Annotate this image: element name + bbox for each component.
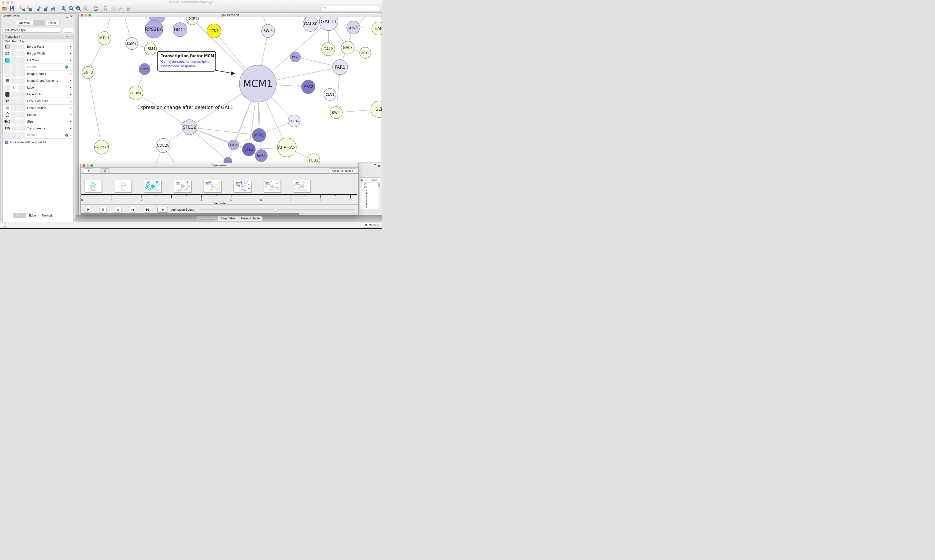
collapse-all-icon[interactable]: « xyxy=(69,36,73,37)
property-byp-cell[interactable] xyxy=(18,105,25,111)
network-node-cdc42[interactable]: CDC42 xyxy=(288,115,300,127)
skip-end-button[interactable] xyxy=(144,207,151,212)
export-image-button[interactable] xyxy=(50,5,57,12)
property-byp-cell[interactable] xyxy=(18,112,25,118)
property-byp-cell[interactable] xyxy=(18,78,25,84)
timeline-frame-2[interactable] xyxy=(144,180,161,192)
timeline-frame-0[interactable] xyxy=(84,180,102,192)
property-byp-cell[interactable] xyxy=(18,119,25,125)
network-node-pck1[interactable]: PCK1 xyxy=(207,24,221,38)
network-node-yil105c[interactable]: YIL105C xyxy=(129,86,143,100)
expand-row-icon[interactable]: ◀ xyxy=(70,120,71,123)
column-header[interactable]: Stres xyxy=(368,178,380,182)
property-map-cell[interactable] xyxy=(11,44,17,50)
network-node-gcy1[interactable]: GCY1 xyxy=(359,47,371,58)
property-map-cell[interactable] xyxy=(11,112,17,118)
zoom-out-button[interactable] xyxy=(68,5,75,12)
vertical-scrollbar[interactable] xyxy=(378,183,380,209)
tab-edge[interactable]: Edge xyxy=(26,213,39,218)
property-row-label[interactable]: ⋮›Label◀ xyxy=(3,84,73,91)
property-row-image-chart-1[interactable]: Image/Chart 1◀ xyxy=(3,71,73,77)
expand-row-icon[interactable]: ◀ xyxy=(70,46,71,48)
property-byp-cell[interactable] xyxy=(18,71,25,77)
network-node-snf3[interactable]: SNF3 xyxy=(82,66,94,78)
property-map-cell[interactable] xyxy=(11,132,17,138)
property-byp-cell[interactable] xyxy=(18,98,25,104)
property-byp-cell[interactable] xyxy=(18,44,25,50)
network-node-gal7[interactable]: GAL7 xyxy=(341,41,354,54)
search-box[interactable] xyxy=(322,6,380,11)
property-row-height[interactable]: Heighti◀ xyxy=(3,64,73,71)
expand-row-icon[interactable]: ◀ xyxy=(70,73,71,75)
property-map-cell[interactable]: ⋮› xyxy=(11,85,17,91)
property-byp-cell[interactable] xyxy=(18,57,25,63)
table-row[interactable]: 1 xyxy=(360,191,380,194)
timeline-playhead[interactable] xyxy=(171,174,171,195)
close-panel-icon[interactable]: ✕ xyxy=(378,164,380,168)
network-node-pis1[interactable]: PIS1 xyxy=(290,52,301,62)
clear-all-frames-button[interactable]: Clear All Frames xyxy=(329,168,356,173)
search-input[interactable] xyxy=(328,7,380,10)
timeline-frame-3[interactable] xyxy=(174,180,191,192)
property-def-cell[interactable]: 2.0 xyxy=(4,51,11,57)
save-session-button[interactable] xyxy=(8,5,15,12)
chevron-down-icon[interactable]: ▾ xyxy=(19,35,20,38)
annotation-link[interactable]: Pheromone response xyxy=(161,64,196,68)
show-panels-button[interactable] xyxy=(1,223,8,228)
network-node-far1[interactable]: FAR1 xyxy=(333,60,348,75)
property-byp-cell[interactable] xyxy=(18,85,25,91)
network-node-dmc1[interactable]: DMC1 xyxy=(173,23,187,37)
refresh-layout-button[interactable] xyxy=(92,5,99,12)
property-row-image-chart-position-1[interactable]: Image/Chart Position 1◀ xyxy=(3,77,73,84)
expand-row-icon[interactable]: ◀ xyxy=(70,59,71,61)
info-icon[interactable]: i xyxy=(65,134,68,137)
info-icon[interactable]: i xyxy=(65,65,68,69)
expand-row-icon[interactable]: ◀ xyxy=(70,80,71,82)
property-def-cell[interactable]: 12 xyxy=(4,98,11,104)
tab-node-table[interactable]: Node Table xyxy=(197,216,218,221)
network-node-alpha2[interactable]: ALPHA2 xyxy=(277,138,296,157)
network-node-gal80[interactable]: GAL80 xyxy=(303,17,318,31)
network-node-rps28a[interactable]: RPS28A xyxy=(145,20,163,38)
import-table-button[interactable] xyxy=(26,5,33,12)
expand-row-icon[interactable]: ◀ xyxy=(70,127,71,129)
expand-row-icon[interactable]: ◀ xyxy=(70,52,71,54)
network-node-lsm4[interactable]: LSM4 xyxy=(144,43,157,55)
stop-button[interactable] xyxy=(114,207,122,212)
import-network-button[interactable] xyxy=(18,5,26,12)
property-def-cell[interactable] xyxy=(4,71,11,77)
property-map-cell[interactable] xyxy=(11,57,17,63)
property-row-border-paint[interactable]: Border Paint◀ xyxy=(3,43,73,50)
animation-speed-slider[interactable] xyxy=(199,209,355,211)
network-node-swi4[interactable]: SWI4 xyxy=(330,106,343,119)
network-node-bar1[interactable]: BAR1 xyxy=(255,149,267,162)
network-node-mfa1[interactable]: MFA1 xyxy=(252,128,266,142)
network-node-gal11[interactable]: GAL11 xyxy=(319,17,338,31)
expand-row-icon[interactable]: ◀ xyxy=(70,66,71,68)
tab-network[interactable]: Network xyxy=(16,20,33,25)
table-row[interactable]: 2 xyxy=(360,200,380,203)
network-node-swi5[interactable]: SWI5 xyxy=(262,24,275,37)
canvas-caption-annotation[interactable]: Expression change after deletion of GAL1 xyxy=(137,105,233,110)
zoom-selected-button[interactable] xyxy=(82,5,89,12)
network-node-hap[interactable]: HAP xyxy=(372,22,381,35)
tab-network[interactable]: Network xyxy=(39,213,56,218)
slider-thumb[interactable] xyxy=(274,208,277,212)
network-node-ste2[interactable]: STE2 xyxy=(242,143,255,156)
network-node-mcm1[interactable]: MCM1 xyxy=(239,65,276,102)
network-edge[interactable] xyxy=(136,93,190,127)
property-map-cell[interactable] xyxy=(11,98,17,104)
float-panel-icon[interactable] xyxy=(374,165,376,167)
network-node-ste4[interactable]: STE4 xyxy=(347,21,360,34)
tab-edge-table[interactable]: Edge Table xyxy=(218,216,238,221)
add-frame-button[interactable]: + xyxy=(84,168,93,173)
property-row-label-position[interactable]: Label Position◀ xyxy=(3,105,73,111)
expand-row-icon[interactable]: ◀ xyxy=(70,107,71,109)
tab-select[interactable]: Select xyxy=(46,20,59,25)
property-byp-cell[interactable] xyxy=(18,91,25,97)
property-def-cell[interactable] xyxy=(4,112,11,118)
hide-graphics-button[interactable] xyxy=(117,5,124,12)
property-def-cell[interactable] xyxy=(4,132,11,138)
property-def-cell[interactable] xyxy=(4,91,11,97)
zoom-fit-button[interactable] xyxy=(75,5,82,12)
